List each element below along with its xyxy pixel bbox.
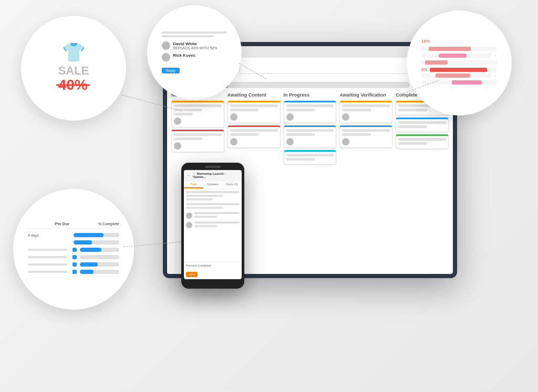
comment-avatar-2 [162, 53, 170, 61]
card-line [398, 125, 427, 128]
comment-inner: David White REPLACE 40% WITH 50% Rick Ku… [158, 27, 231, 78]
card-avatar [230, 113, 237, 121]
kanban-card[interactable] [227, 101, 281, 123]
card-line [286, 109, 315, 111]
kanban-card[interactable] [284, 101, 337, 123]
card-line [174, 113, 193, 115]
card-line [174, 137, 202, 140]
phone-tab-docs[interactable]: Docs (0) [222, 181, 242, 188]
kanban-card[interactable] [171, 130, 224, 152]
card-avatar [174, 142, 181, 150]
phone-screen: ← ← Marketing Launch - Update... Task Up… [184, 170, 242, 279]
card-line [342, 109, 370, 111]
sale-inner: 👕 SALE 40% [32, 34, 116, 102]
gantt-row-3 [421, 60, 497, 65]
mini-progress-fill [80, 262, 98, 267]
circle-sale: 👕 SALE 40% [21, 16, 126, 121]
gantt-bar-area [421, 73, 491, 78]
progress-blue-box [73, 248, 77, 252]
comment-body-1: REPLACE 40% WITH 50% [173, 46, 217, 50]
sale-percent: 40% [58, 77, 88, 93]
mini-progress-track [80, 255, 119, 259]
circle-comment: David White REPLACE 40% WITH 50% Rick Ku… [147, 5, 242, 100]
progress-grey-line [28, 271, 67, 273]
comment-text-1: David White REPLACE 40% WITH 50% [173, 41, 217, 50]
phone-footer-label: Percent Complete [186, 264, 240, 267]
circle-progress: Pln Dur % Complete 4 days [13, 189, 134, 310]
kanban-col-complete: Complete [396, 92, 449, 270]
mini-progress-track [80, 248, 119, 252]
phone-line [186, 207, 223, 209]
phone-avatar-lines [194, 221, 240, 229]
card-line [398, 109, 427, 111]
comment-name-2: Rick Kuvec [173, 53, 195, 58]
card-line [286, 154, 334, 156]
col-header-awaiting-content: Awaiting Content [227, 92, 281, 98]
phone-speaker [205, 166, 221, 168]
phone-tab-updates[interactable]: Updates [203, 181, 223, 188]
phone-tabs: Task Updates Docs (0) [184, 181, 242, 189]
kanban-card[interactable] [227, 125, 281, 148]
phone: ← ← Marketing Launch - Update... Task Up… [181, 163, 244, 289]
card-line [398, 142, 427, 145]
phone-avatar-row [186, 212, 240, 219]
phone-footer: Percent Complete 30% [184, 262, 242, 279]
kanban-card[interactable] [339, 101, 392, 123]
progress-row-5 [28, 262, 119, 267]
sale-label: SALE [58, 65, 89, 77]
tshirt-icon: 👕 [62, 43, 86, 62]
phone-line [186, 198, 213, 200]
gantt-row-1 [421, 47, 497, 51]
phone-avatar-section [186, 212, 240, 229]
phone-tab-task[interactable]: Task [184, 181, 203, 188]
phone-line [194, 221, 240, 224]
phone-line [186, 203, 240, 205]
comment-avatar-1 [162, 41, 170, 50]
progress-row-label: 4 days [28, 234, 51, 237]
mini-progress-track [74, 233, 119, 237]
progress-blue-box [73, 262, 77, 267]
col-header-in-progress: In Progress [284, 92, 337, 98]
progress-header-row: Pln Dur % Complete [28, 221, 119, 229]
mini-progress-track [74, 240, 119, 245]
gantt-bar-area [421, 47, 497, 51]
kanban-card[interactable] [396, 134, 449, 149]
phone-line [186, 195, 223, 197]
card-line [398, 121, 446, 124]
kanban-card[interactable] [284, 125, 337, 148]
card-avatar [342, 138, 349, 145]
kanban-card[interactable] [339, 125, 392, 148]
comment-name-1: David White [173, 41, 217, 46]
card-line [342, 129, 390, 132]
phone-body: ← ← Marketing Launch - Update... Task Up… [181, 163, 244, 289]
phone-line [194, 212, 240, 214]
kanban-card[interactable] [171, 101, 224, 128]
mini-progress-track [80, 262, 119, 267]
reply-button[interactable]: Reply [162, 68, 180, 73]
card-line [286, 133, 315, 136]
gantt-bar-area-main [430, 68, 497, 72]
col-header-awaiting-verification: Awaiting Verification [339, 92, 392, 98]
back-arrow-icon[interactable]: ← [187, 173, 191, 178]
card-line [286, 158, 315, 161]
kanban-card[interactable] [396, 118, 449, 132]
gantt-arrow: → [493, 54, 497, 58]
progress-grey-line [28, 256, 67, 258]
kanban-col-in-progress: In Progress [284, 92, 337, 270]
mini-progress-fill [80, 248, 101, 252]
card-avatar [174, 118, 181, 125]
progress-row-1: 4 days [28, 233, 119, 237]
card-line [286, 104, 334, 107]
kanban-col-awaiting-verification: Awaiting Verification [339, 92, 392, 270]
gantt-arrow: → [493, 74, 497, 78]
card-line [398, 138, 446, 141]
pln-dur-header: Pln Dur [55, 221, 78, 226]
kanban-card[interactable] [284, 150, 337, 165]
mini-progress-track [80, 270, 119, 274]
gantt-main-bar [430, 68, 487, 72]
phone-line [194, 225, 217, 227]
phone-avatar [186, 213, 192, 219]
gantt-bar-area [421, 60, 497, 65]
card-avatar [230, 138, 237, 145]
card-line [230, 133, 258, 136]
